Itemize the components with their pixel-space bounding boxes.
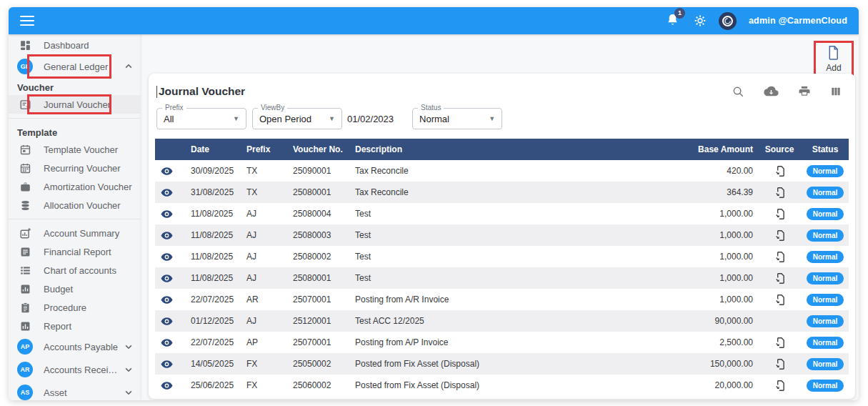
amortization-voucher-icon [17, 181, 33, 193]
journal-voucher-card: Journal Voucher [149, 74, 855, 399]
table-row: 11/08/2025AJ25080001Test1,000.00Normal [155, 267, 849, 289]
cell-description: Test [351, 224, 643, 246]
cell-voucher-no: 25070001 [289, 332, 351, 353]
cell-prefix: TX [242, 182, 289, 203]
search-icon[interactable] [732, 86, 744, 98]
sidebar-item-chart-of-accounts[interactable]: Chart of accounts [9, 261, 140, 279]
sidebar-item-dashboard[interactable]: Dashboard [9, 35, 140, 55]
period-date[interactable]: 01/02/2023 [347, 114, 394, 124]
source-document-icon[interactable] [774, 294, 785, 306]
view-row-button[interactable] [161, 188, 173, 197]
carmencloud-logo[interactable] [719, 12, 737, 30]
cell-prefix: FX [242, 353, 289, 375]
columns-icon[interactable] [830, 86, 842, 97]
source-document-icon[interactable] [774, 165, 785, 177]
cell-base-amount: 1,000.00 [643, 203, 757, 224]
menu-icon[interactable] [20, 13, 34, 29]
print-icon[interactable] [798, 85, 811, 98]
sidebar-item-report[interactable]: Report [9, 317, 140, 335]
column-header-base-amount: Base Amount [643, 139, 757, 160]
column-header-description: Description [351, 139, 643, 160]
cell-date: 01/12/2025 [186, 310, 242, 332]
view-row-button[interactable] [161, 295, 173, 304]
sidebar-item-allocation-voucher[interactable]: Allocation Voucher [9, 196, 140, 214]
table-row: 11/08/2025AJ25080004Test1,000.00Normal [155, 203, 849, 224]
cell-voucher-no: 25080004 [289, 203, 351, 224]
cell-date: 11/08/2025 [186, 203, 242, 224]
view-row-button[interactable] [161, 274, 173, 283]
sidebar-item-financial-report[interactable]: Financial Report [9, 242, 140, 261]
sidebar-item-label: Account Summary [44, 228, 133, 239]
sidebar-item-label: Asset [44, 387, 121, 398]
sidebar-item-journal-voucher[interactable]: Journal Voucher [9, 95, 140, 114]
cell-voucher-no: 25050002 [289, 353, 351, 375]
chart-of-accounts-icon [17, 264, 33, 277]
source-document-icon[interactable] [774, 337, 785, 349]
view-row-button[interactable] [161, 381, 173, 390]
chevron-down-icon: ▼ [489, 115, 495, 122]
sidebar-item-general-ledger[interactable]: GLGeneral Ledger [9, 55, 140, 78]
cell-date: 30/09/2025 [186, 160, 242, 182]
sidebar-item-budget[interactable]: Budget [9, 279, 140, 298]
source-document-icon[interactable] [774, 272, 785, 284]
cell-prefix: AJ [242, 203, 289, 224]
view-row-button[interactable] [161, 231, 173, 240]
voucher-table: Date Prefix Voucher No. Description Base… [155, 139, 849, 396]
view-row-button[interactable] [161, 317, 173, 326]
status-badge: Normal [807, 187, 844, 199]
sidebar-item-recurring-voucher[interactable]: Recurring Voucher [9, 159, 140, 177]
status-badge: Normal [807, 165, 844, 177]
cell-base-amount: 1,000.00 [643, 267, 757, 289]
table-row: 25/06/2025FX25060002Posted from Fix Asse… [155, 375, 849, 396]
notifications-button[interactable]: 1 [667, 13, 679, 29]
source-document-icon[interactable] [774, 208, 785, 220]
cell-description: Test [351, 267, 643, 289]
chevron-down-icon: ▼ [233, 115, 239, 122]
cloud-download-icon[interactable] [764, 86, 779, 97]
cell-base-amount: 90,000.00 [643, 310, 757, 332]
gear-icon[interactable] [694, 14, 707, 27]
sidebar-item-template-voucher[interactable]: Template Voucher [9, 140, 140, 159]
source-document-icon[interactable] [774, 380, 785, 392]
cell-base-amount: 20,000.00 [643, 375, 757, 396]
sidebar-section-template: Template [9, 123, 140, 140]
sidebar-item-asset[interactable]: ASAsset [9, 381, 140, 400]
viewby-filter[interactable]: ViewBy Open Period ▼ [252, 108, 342, 129]
sidebar-item-procedure[interactable]: Procedure [9, 298, 140, 317]
source-document-icon[interactable] [774, 187, 785, 199]
source-document-icon[interactable] [774, 229, 785, 242]
source-document-icon[interactable] [774, 251, 785, 263]
cell-description: Posting from A/P Invoice [351, 332, 643, 353]
sidebar-item-account-summary[interactable]: Account Summary [9, 224, 140, 242]
sidebar-item-amortization-voucher[interactable]: Amortization Voucher [9, 177, 140, 196]
sidebar-item-accounts-payable[interactable]: APAccounts Payable [9, 335, 140, 358]
chevron-up-icon [124, 62, 133, 71]
table-row: 22/07/2025AP25070001Posting from A/P Inv… [155, 332, 849, 353]
cell-description: Posted from Fix Asset (Disposal) [351, 375, 643, 396]
status-filter[interactable]: Status Normal ▼ [412, 108, 502, 129]
table-row: 01/12/2025AJ25120001Test ACC 12/202590,0… [155, 310, 849, 332]
app-window: 1 admin @CarmenCloud DashboardGLGeneral … [9, 7, 859, 400]
chevron-down-icon [124, 365, 133, 374]
prefix-filter[interactable]: Prefix All ▼ [156, 108, 246, 129]
cell-date: 31/08/2025 [186, 182, 242, 203]
status-badge: Normal [807, 315, 844, 327]
column-header-prefix: Prefix [242, 139, 289, 160]
sidebar-item-accounts-receivable[interactable]: ARAccounts Receivable [9, 358, 140, 381]
source-document-icon[interactable] [774, 358, 785, 370]
view-row-button[interactable] [161, 338, 173, 347]
view-row-button[interactable] [161, 209, 173, 219]
accounts-payable-avatar: AP [17, 339, 33, 355]
sidebar-item-label: Chart of accounts [44, 265, 133, 276]
view-row-button[interactable] [161, 252, 173, 262]
cell-description: Tax Reconcile [351, 182, 643, 203]
add-button[interactable]: Add [826, 45, 841, 73]
cell-voucher-no: 25120001 [289, 310, 351, 332]
status-badge: Normal [807, 380, 844, 392]
cell-base-amount: 1,000.00 [643, 246, 757, 267]
cell-voucher-no: 25080002 [289, 246, 351, 267]
view-row-button[interactable] [161, 167, 173, 176]
add-button-label: Add [826, 63, 841, 73]
status-badge: Normal [807, 251, 844, 263]
view-row-button[interactable] [161, 360, 173, 369]
